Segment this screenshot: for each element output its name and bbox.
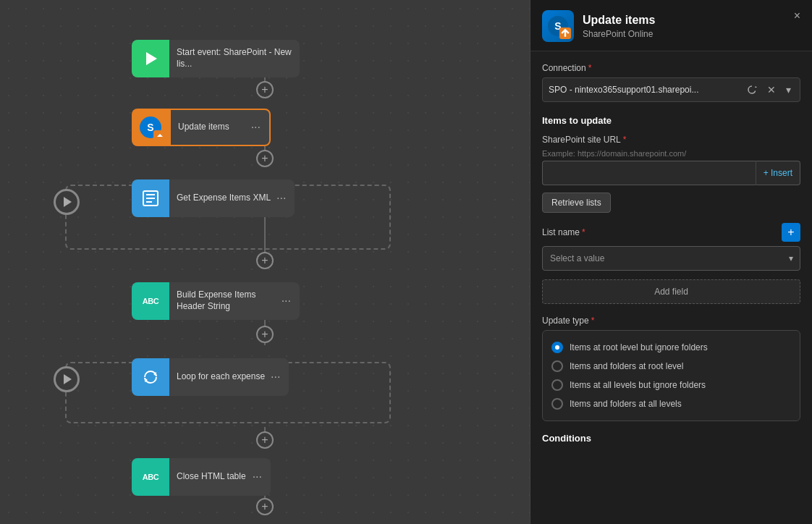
add-step-4[interactable]: + [256, 326, 274, 343]
close-html-more[interactable]: ··· [251, 469, 263, 485]
loop-expense-label: Loop for each expense [177, 371, 265, 383]
items-to-update-heading: Items to update [542, 112, 800, 126]
get-expense-body: Get Expense Items XML ··· [169, 179, 295, 217]
update-type-radio-group: Items at root level but ignore folders I… [542, 330, 800, 421]
node-get-expense[interactable]: Get Expense Items XML ··· [132, 179, 295, 217]
add-step-3[interactable]: + [256, 252, 274, 269]
radio-label-2: Items at all levels but ignore folders [570, 380, 706, 390]
node-build-expense[interactable]: ABC Build Expense Items Header String ··… [132, 282, 300, 320]
clear-connection-button[interactable]: ✕ [764, 83, 779, 97]
list-name-row: List name * + [542, 223, 800, 242]
start-node-label: Start event: SharePoint - New lis... [177, 47, 292, 69]
update-badge [153, 130, 166, 143]
panel-subtitle: SharePoint Online [583, 29, 800, 39]
update-items-body: Update items ··· [169, 109, 271, 146]
workflow-canvas[interactable]: + + + + + + Start event: SharePoint - Ne… [0, 0, 530, 524]
node-start[interactable]: Start event: SharePoint - New lis... [132, 40, 300, 77]
add-step-6[interactable]: + [256, 498, 274, 515]
get-expense-more[interactable]: ··· [275, 190, 287, 206]
update-items-more[interactable]: ··· [250, 119, 262, 135]
loop-expense-more[interactable]: ··· [269, 369, 282, 385]
node-close-html[interactable]: ABC Close HTML table ··· [132, 458, 271, 496]
panel-title: Update items [583, 13, 800, 27]
connection-value: SPO - nintexo365support01.sharepoi... [549, 85, 740, 95]
site-url-hint: Example: https://domain.sharepoint.com/ [542, 149, 800, 158]
site-url-label: SharePoint site URL [542, 135, 621, 145]
panel-header: S Update items SharePoint Online × [530, 0, 812, 51]
close-html-body: Close HTML table ··· [169, 458, 271, 496]
list-name-select[interactable]: Select a value [542, 246, 800, 271]
radio-circle-3[interactable] [551, 398, 563, 410]
update-type-label-wrapper: Update type * [542, 316, 800, 326]
list-name-select-wrapper: Select a value [542, 246, 800, 271]
start-icon [132, 40, 169, 77]
update-items-label: Update items [178, 122, 229, 133]
build-expense-more[interactable]: ··· [280, 293, 292, 309]
insert-button[interactable]: + Insert [756, 161, 800, 185]
panel-body: Connection * SPO - nintexo365support01.s… [530, 51, 812, 524]
build-expense-label: Build Expense Items Header String [177, 290, 276, 312]
add-field-button[interactable]: Add field [542, 279, 800, 304]
loop-play-2[interactable] [54, 366, 80, 392]
close-button[interactable]: × [791, 7, 803, 25]
refresh-connection-button[interactable] [744, 83, 760, 96]
loop-play-1[interactable] [54, 189, 80, 215]
expand-connection-button[interactable]: ▾ [783, 83, 794, 97]
site-url-field: SharePoint site URL * Example: https://d… [542, 135, 800, 185]
conditions-heading: Conditions [542, 433, 800, 444]
radio-label-1: Items and folders at root level [570, 361, 683, 371]
update-items-icon: S [132, 109, 169, 146]
list-name-add-button[interactable]: + [782, 223, 800, 242]
node-update-items[interactable]: S Update items ··· [132, 109, 271, 146]
radio-item-1[interactable]: Items and folders at root level [551, 357, 791, 376]
start-node-body: Start event: SharePoint - New lis... [169, 40, 300, 77]
add-step-5[interactable]: + [256, 431, 274, 449]
add-step-1[interactable]: + [256, 81, 274, 98]
radio-circle-2[interactable] [551, 379, 563, 391]
connection-row: SPO - nintexo365support01.sharepoi... ✕ … [542, 77, 800, 102]
radio-label-0: Items at root level but ignore folders [570, 342, 708, 352]
get-expense-label: Get Expense Items XML [177, 193, 271, 204]
radio-label-3: Items and folders at all levels [570, 399, 682, 409]
connection-label: Connection * [542, 63, 800, 73]
radio-item-2[interactable]: Items at all levels but ignore folders [551, 376, 791, 394]
loop-expense-body: Loop for each expense ··· [169, 358, 289, 396]
radio-item-3[interactable]: Items and folders at all levels [551, 394, 791, 413]
build-expense-body: Build Expense Items Header String ··· [169, 282, 300, 320]
radio-item-0[interactable]: Items at root level but ignore folders [551, 338, 791, 357]
update-type-label: Update type [542, 316, 589, 326]
retrieve-lists-button[interactable]: Retrieve lists [542, 193, 611, 213]
loop-expense-icon [132, 358, 169, 396]
right-panel: S Update items SharePoint Online × Conne… [530, 0, 812, 524]
close-html-label: Close HTML table [177, 471, 246, 483]
build-expense-icon: ABC [132, 282, 169, 320]
add-step-2[interactable]: + [256, 150, 274, 167]
radio-circle-0[interactable] [551, 342, 563, 353]
close-html-icon: ABC [132, 458, 169, 496]
panel-header-icon: S [542, 10, 574, 42]
site-url-input[interactable] [542, 161, 756, 185]
radio-circle-1[interactable] [551, 360, 563, 372]
get-expense-icon [132, 179, 169, 217]
panel-header-text: Update items SharePoint Online [583, 13, 800, 38]
list-name-label: List name [542, 227, 580, 237]
node-loop-expense[interactable]: Loop for each expense ··· [132, 358, 289, 396]
